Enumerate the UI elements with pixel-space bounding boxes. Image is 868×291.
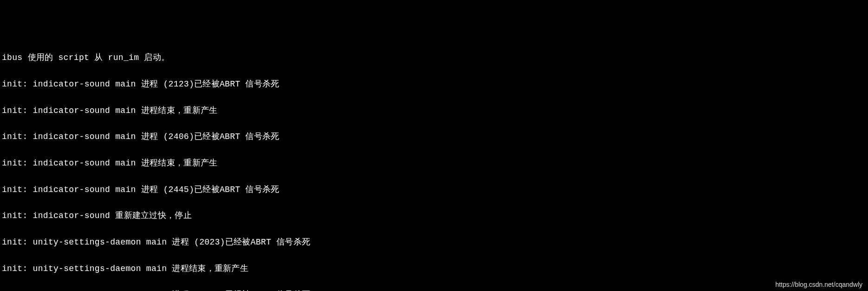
- terminal-line: init: indicator-sound main 进程结束，重新产生: [2, 106, 866, 115]
- terminal-line: init: indicator-sound main 进程结束，重新产生: [2, 159, 866, 168]
- terminal-line: init: indicator-sound main 进程 (2406)已经被A…: [2, 132, 866, 141]
- terminal-line: init: unity-settings-daemon main 进程 (202…: [2, 238, 866, 247]
- terminal-line: init: indicator-sound 重新建立过快，停止: [2, 212, 866, 220]
- watermark-text: https://blog.csdn.net/cqandwly: [775, 281, 862, 288]
- terminal-output: ibus 使用的 script 从 run_im 启动。 init: indic…: [0, 35, 868, 291]
- terminal-line: init: unity-settings-daemon main 进程结束，重新…: [2, 265, 866, 273]
- terminal-line: init: indicator-sound main 进程 (2123)已经被A…: [2, 80, 866, 89]
- terminal-line: init: indicator-sound main 进程 (2445)已经被A…: [2, 185, 866, 194]
- terminal-line: ibus 使用的 script 从 run_im 启动。: [2, 53, 866, 62]
